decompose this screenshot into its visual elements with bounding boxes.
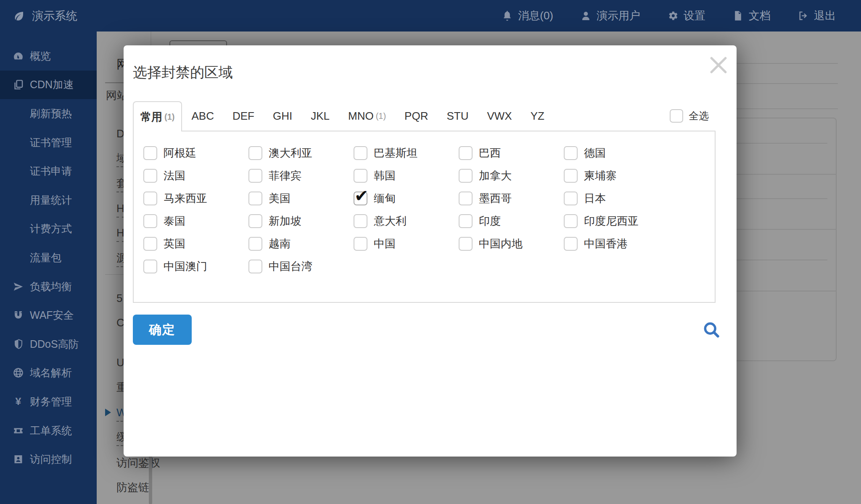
sidebar-item[interactable]: 概览 [0, 42, 97, 71]
country-checkbox-item[interactable]: 墨西哥 [459, 187, 564, 210]
select-all-checkbox[interactable]: 全选 [670, 101, 709, 131]
yen-icon: ¥ [13, 396, 24, 407]
topbar-item[interactable]: 文档 [732, 8, 771, 23]
checkbox-icon[interactable] [564, 192, 578, 205]
checkbox-icon[interactable] [143, 237, 157, 251]
topbar-item[interactable]: 演示用户 [580, 8, 640, 23]
region-tab[interactable]: 常用(1) [133, 101, 182, 131]
checkbox-icon[interactable] [354, 169, 367, 183]
country-checkbox-item[interactable]: 中国香港 [564, 232, 669, 255]
country-label: 德国 [584, 146, 606, 160]
checkbox-icon[interactable] [459, 214, 473, 228]
checkbox-icon[interactable] [564, 214, 578, 228]
sidebar-subitem[interactable]: 证书申请 [0, 157, 97, 186]
copy-icon [13, 79, 24, 90]
topbar-item[interactable]: 消息(0) [502, 8, 553, 23]
checkbox-icon[interactable] [354, 214, 367, 228]
sidebar-subitem[interactable]: 证书管理 [0, 128, 97, 157]
country-checkbox-item[interactable]: 加拿大 [459, 164, 564, 187]
region-tab[interactable]: GHI [264, 101, 301, 131]
country-checkbox-item[interactable]: 新加坡 [248, 210, 354, 232]
country-checkbox-item[interactable]: 法国 [143, 164, 248, 187]
sidebar-item[interactable]: CDN加速 [0, 71, 97, 100]
topbar-item[interactable]: 设置 [667, 8, 705, 23]
sidebar-item[interactable]: DDoS高防 [0, 330, 97, 359]
country-grid: 阿根廷澳大利亚巴基斯坦巴西德国法国菲律宾韩国加拿大柬埔寨马来西亚美国✔缅甸墨西哥… [133, 131, 716, 303]
checkbox-icon[interactable] [354, 146, 367, 160]
checkbox-icon[interactable] [248, 214, 262, 228]
sidebar-item[interactable]: 负载均衡 [0, 272, 97, 301]
checkbox-icon[interactable] [459, 169, 473, 183]
region-tab[interactable]: ABC [182, 101, 223, 131]
checkbox-icon[interactable] [143, 169, 157, 183]
region-tab[interactable]: MNO(1) [339, 101, 395, 131]
country-checkbox-item[interactable]: 德国 [564, 142, 669, 164]
country-checkbox-item[interactable]: 泰国 [143, 210, 248, 232]
country-label: 中国内地 [479, 236, 523, 251]
checkbox-checked-icon[interactable]: ✔ [354, 192, 367, 205]
checkbox-icon[interactable] [564, 169, 578, 183]
checkbox-icon[interactable] [459, 237, 473, 251]
topbar-item[interactable]: 退出 [798, 8, 836, 23]
checkbox-icon[interactable] [143, 260, 157, 273]
leaf-icon [13, 10, 25, 22]
country-checkbox-item[interactable]: 韩国 [354, 164, 459, 187]
sidebar-subitem[interactable]: 流量包 [0, 243, 97, 272]
region-tab[interactable]: PQR [395, 101, 437, 131]
country-checkbox-item[interactable]: 印度尼西亚 [564, 210, 669, 232]
checkbox-icon[interactable] [564, 146, 578, 160]
checkbox-icon[interactable] [354, 237, 367, 251]
sidebar-item[interactable]: WAF安全 [0, 301, 97, 330]
checkbox-icon[interactable] [143, 192, 157, 205]
country-checkbox-item[interactable]: 英国 [143, 232, 248, 255]
checkbox-icon[interactable] [564, 237, 578, 251]
country-checkbox-item[interactable]: 巴西 [459, 142, 564, 164]
region-tab[interactable]: DEF [223, 101, 264, 131]
sidebar-subitem[interactable]: 计费方式 [0, 215, 97, 244]
country-checkbox-item[interactable]: 马来西亚 [143, 187, 248, 210]
checkbox-icon[interactable] [248, 146, 262, 160]
sidebar-item[interactable]: 访问控制 [0, 445, 97, 474]
checkbox-icon[interactable] [459, 146, 473, 160]
close-icon[interactable] [708, 55, 729, 76]
region-tab[interactable]: JKL [301, 101, 339, 131]
country-checkbox-item[interactable]: 菲律宾 [248, 164, 354, 187]
country-checkbox-item[interactable]: 澳大利亚 [248, 142, 354, 164]
checkbox-icon[interactable] [670, 109, 683, 123]
country-checkbox-item[interactable]: 中国 [354, 232, 459, 255]
country-checkbox-item[interactable]: 中国澳门 [143, 255, 248, 278]
checkbox-icon[interactable] [459, 192, 473, 205]
region-tab[interactable]: STU [437, 101, 478, 131]
checkbox-icon[interactable] [248, 192, 262, 205]
sidebar-subitem[interactable]: 用量统计 [0, 186, 97, 215]
checkbox-icon[interactable] [143, 214, 157, 228]
topbar-item-label: 退出 [814, 8, 836, 23]
country-checkbox-item[interactable]: 意大利 [354, 210, 459, 232]
country-checkbox-item[interactable]: 巴基斯坦 [354, 142, 459, 164]
brand[interactable]: 演示系统 [0, 8, 77, 24]
sidebar-item[interactable]: 工单系统 [0, 416, 97, 445]
country-checkbox-item[interactable]: 越南 [248, 232, 354, 255]
checkbox-icon[interactable] [248, 169, 262, 183]
sidebar-item[interactable]: 域名解析 [0, 359, 97, 388]
country-checkbox-item[interactable]: 日本 [564, 187, 669, 210]
country-checkbox-item[interactable]: 阿根廷 [143, 142, 248, 164]
sidebar-subitem-label: 刷新预热 [30, 107, 72, 121]
country-checkbox-item[interactable]: 中国内地 [459, 232, 564, 255]
country-label: 阿根廷 [164, 146, 196, 160]
checkbox-icon[interactable] [248, 260, 262, 273]
region-tab[interactable]: YZ [521, 101, 554, 131]
country-checkbox-item[interactable]: 柬埔寨 [564, 164, 669, 187]
checkbox-icon[interactable] [248, 237, 262, 251]
country-checkbox-item[interactable]: 印度 [459, 210, 564, 232]
sidebar-item[interactable]: ¥财务管理 [0, 387, 97, 416]
search-icon[interactable] [702, 320, 721, 339]
region-tab-label: GHI [273, 110, 292, 123]
country-checkbox-item[interactable]: ✔缅甸 [354, 187, 459, 210]
country-checkbox-item[interactable]: 美国 [248, 187, 354, 210]
sidebar-subitem[interactable]: 刷新预热 [0, 99, 97, 128]
checkbox-icon[interactable] [143, 146, 157, 160]
country-checkbox-item[interactable]: 中国台湾 [248, 255, 354, 278]
confirm-button[interactable]: 确定 [133, 315, 192, 345]
region-tab[interactable]: VWX [478, 101, 521, 131]
